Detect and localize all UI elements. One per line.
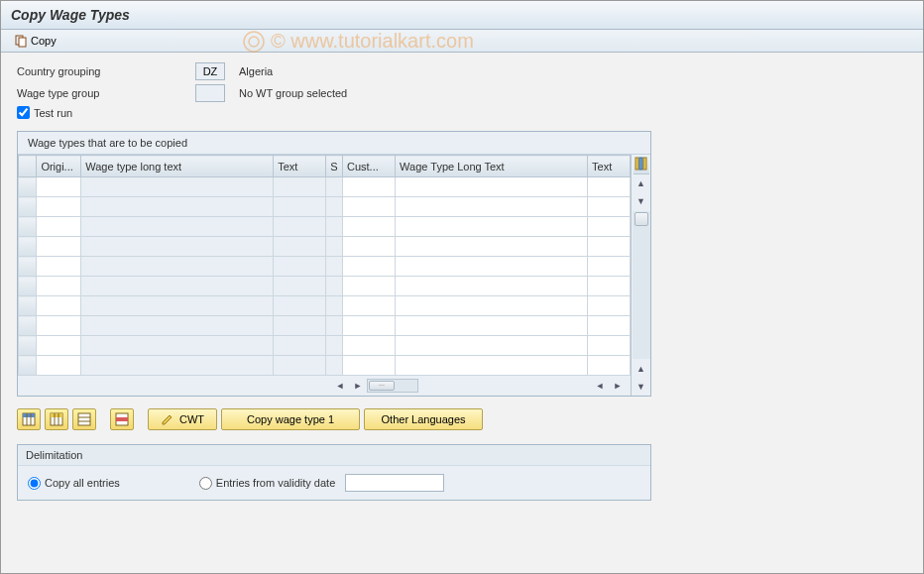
validity-date-input[interactable] [345,474,444,492]
cell-text-2[interactable] [588,336,631,356]
cell-wage-type-long-text-2[interactable] [396,197,588,217]
cell-wage-type-long-text-2[interactable] [396,237,588,257]
cell-text-2[interactable] [588,237,631,257]
scroll-right-icon[interactable]: ► [349,377,367,395]
cell-wage-type-long-text-2[interactable] [396,356,588,376]
cell-wage-type-long-text [81,257,274,277]
table-row[interactable] [19,217,631,237]
col-cust[interactable]: Cust... [343,156,396,177]
cell-origi[interactable] [37,197,81,217]
row-selector[interactable] [19,336,37,356]
cell-text [274,316,326,336]
cell-cust[interactable] [343,356,396,376]
wage-type-group-input[interactable] [195,84,225,102]
col-s[interactable]: S [326,156,343,177]
row-selector[interactable] [19,217,37,237]
scroll-down-icon-2[interactable]: ▼ [633,378,650,396]
row-selector[interactable] [19,277,37,296]
copy-all-entries-radio[interactable] [28,477,41,490]
cell-cust[interactable] [343,197,396,217]
cell-cust[interactable] [343,277,396,296]
cell-wage-type-long-text-2[interactable] [396,177,588,197]
row-selector[interactable] [19,257,37,277]
cell-cust[interactable] [343,296,396,316]
cell-wage-type-long-text-2[interactable] [396,336,588,356]
cell-text-2[interactable] [588,257,631,277]
row-selector[interactable] [19,177,37,197]
cell-wage-type-long-text-2[interactable] [396,316,588,336]
cell-text-2[interactable] [588,197,631,217]
cell-origi[interactable] [37,277,81,296]
table-row[interactable] [19,197,631,217]
select-all-button[interactable] [17,408,41,430]
col-text[interactable]: Text [274,156,326,177]
cell-text-2[interactable] [588,217,631,237]
cwt-button[interactable]: CWT [148,408,217,430]
row-selector[interactable] [19,316,37,336]
entries-from-date-option[interactable]: Entries from validity date [199,477,335,490]
cell-origi[interactable] [37,316,81,336]
copy-wage-type-1-button[interactable]: Copy wage type 1 [221,408,360,430]
cell-origi[interactable] [37,217,81,237]
col-wage-type-long-text-2[interactable]: Wage Type Long Text [396,156,588,177]
cell-wage-type-long-text-2[interactable] [396,257,588,277]
row-selector-header[interactable] [19,156,37,177]
country-grouping-input[interactable] [195,62,225,80]
test-run-checkbox[interactable] [17,106,30,119]
entries-from-date-radio[interactable] [199,477,212,490]
table-row[interactable] [19,316,631,336]
cell-origi[interactable] [37,237,81,257]
table-settings-button[interactable] [72,408,96,430]
cell-text-2[interactable] [588,316,631,336]
table-row[interactable] [19,237,631,257]
table-row[interactable] [19,277,631,296]
table-row[interactable] [19,336,631,356]
cell-wage-type-long-text-2[interactable] [396,296,588,316]
cell-wage-type-long-text [81,277,274,296]
cell-origi[interactable] [37,336,81,356]
table-row[interactable] [19,177,631,197]
scroll-right-icon-2[interactable]: ► [609,377,627,395]
copy-button[interactable]: Copy [9,33,61,49]
copy-all-entries-option[interactable]: Copy all entries [28,477,120,490]
cell-text-2[interactable] [588,296,631,316]
cell-text-2[interactable] [588,177,631,197]
cell-cust[interactable] [343,336,396,356]
scroll-left-icon-2[interactable]: ◄ [591,377,609,395]
col-text-2[interactable]: Text [588,156,631,177]
wage-types-table[interactable]: Origi... Wage type long text Text S Cust… [18,155,631,376]
scroll-left-icon[interactable]: ◄ [331,377,349,395]
cell-cust[interactable] [343,316,396,336]
deselect-all-button[interactable] [45,408,68,430]
cell-text-2[interactable] [588,356,631,376]
table-row[interactable] [19,296,631,316]
table-row[interactable] [19,257,631,277]
scroll-down-icon[interactable]: ▼ [633,192,650,210]
scroll-up-icon[interactable]: ▲ [633,174,650,192]
cell-cust[interactable] [343,177,396,197]
row-selector[interactable] [19,296,37,316]
cell-cust[interactable] [343,237,396,257]
cell-origi[interactable] [37,257,81,277]
cell-text-2[interactable] [588,277,631,296]
row-selector[interactable] [19,356,37,376]
cell-wage-type-long-text-2[interactable] [396,217,588,237]
other-languages-button[interactable]: Other Languages [364,408,483,430]
vscroll-track[interactable] [633,211,650,359]
country-grouping-text: Algeria [239,65,273,77]
row-selector[interactable] [19,237,37,257]
row-selector[interactable] [19,197,37,217]
cell-origi[interactable] [37,356,81,376]
cell-cust[interactable] [343,257,396,277]
table-config-button[interactable] [634,155,649,174]
cell-wage-type-long-text-2[interactable] [396,277,588,296]
cell-cust[interactable] [343,217,396,237]
scroll-up-icon-2[interactable]: ▲ [633,360,650,378]
insert-row-button[interactable] [110,408,134,430]
col-origi[interactable]: Origi... [37,156,81,177]
table-row[interactable] [19,356,631,376]
col-wage-type-long-text[interactable]: Wage type long text [81,156,274,177]
cell-origi[interactable] [37,296,81,316]
hscroll-track-left[interactable]: ··· [367,379,418,393]
cell-origi[interactable] [37,177,81,197]
